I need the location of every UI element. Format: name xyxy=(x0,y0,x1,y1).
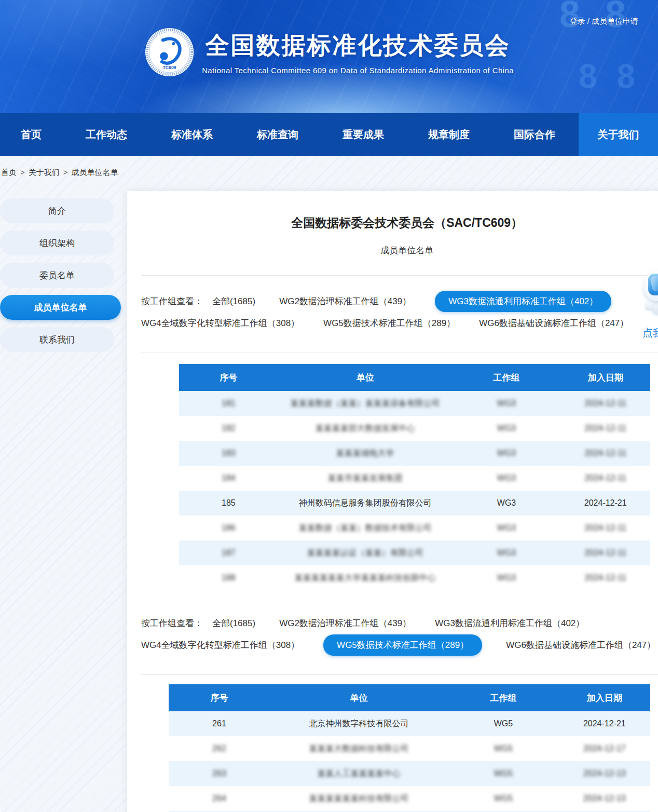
nav-item-home[interactable]: 首页 xyxy=(21,128,42,142)
cell-serial: 187 xyxy=(179,540,278,565)
col-join-date: 加入日期 xyxy=(559,684,650,711)
filter-wg5-active[interactable]: WG5数据技术标准工作组（289） xyxy=(323,634,482,656)
filter-wg3-active[interactable]: WG3数据流通利用标准工作组（402） xyxy=(435,291,611,312)
table-row-blurred: 181某某某数据（某某）某某某设备有限公司WG32024-12-11 xyxy=(179,391,650,416)
cell-workgroup: WG5 xyxy=(448,761,558,786)
cell-serial: 261 xyxy=(169,711,270,736)
nav-item-standard-search[interactable]: 标准查询 xyxy=(257,128,298,142)
page-subtitle: 成员单位名单 xyxy=(127,245,658,256)
cell-workgroup: WG3 xyxy=(453,540,561,565)
sidebar-item-org-structure[interactable]: 组织架构 xyxy=(0,231,114,255)
col-unit: 单位 xyxy=(270,684,448,711)
login-register-link[interactable]: 登录 / 成员单位申请 xyxy=(569,17,638,26)
nav-item-intl-cooperation[interactable]: 国际合作 xyxy=(514,128,555,142)
table-row-blurred: 262某某某大数据科技有限公司WG52024-12-17 xyxy=(169,736,650,761)
robot-head xyxy=(643,270,658,301)
sidebar-item-contact-us[interactable]: 联系我们 xyxy=(0,327,114,352)
filter-label: 按工作组查看： xyxy=(141,295,203,307)
nav-item-standard-system[interactable]: 标准体系 xyxy=(171,128,213,142)
member-table-wg3: 序号 单位 工作组 加入日期 181某某某数据（某某）某某某设备有限公司WG32… xyxy=(179,364,650,590)
cell-serial: 262 xyxy=(169,736,270,761)
filter-wg6[interactable]: WG6数据基础设施标准工作组（247） xyxy=(479,317,628,329)
breadcrumb-current: 成员单位名单 xyxy=(72,168,118,177)
cell-serial: 263 xyxy=(169,761,270,786)
col-serial: 序号 xyxy=(169,684,270,711)
cell-unit: 某某某数据（某某）某某某设备有限公司 xyxy=(278,391,453,416)
cell-date: 2024-12-11 xyxy=(560,516,650,540)
cell-date: 2024-12-11 xyxy=(560,466,650,491)
cell-date: 2024-12-11 xyxy=(560,416,650,441)
page: 8 8 8 8 登录 / 成员单位申请 TC609 全国数据标准化技术委员会 N… xyxy=(0,0,658,812)
cell-serial: 184 xyxy=(179,466,278,491)
col-workgroup: 工作组 xyxy=(448,684,558,711)
cell-serial: 182 xyxy=(179,416,278,441)
cell-date: 2024-12-11 xyxy=(560,391,650,416)
filter-all[interactable]: 全部(1685) xyxy=(212,295,255,307)
table-row-blurred: 187某某某某认证（某某）有限公司WG32024-12-11 xyxy=(179,540,650,565)
breadcrumb-separator: > xyxy=(20,168,25,177)
sidebar-item-member-units-active[interactable]: 成员单位名单 xyxy=(0,295,121,320)
breadcrumb-home[interactable]: 首页 xyxy=(1,168,17,177)
nav-item-achievements[interactable]: 重要成果 xyxy=(342,128,384,142)
filter-wg3[interactable]: WG3数据流通利用标准工作组（402） xyxy=(435,617,584,629)
filter-wg6[interactable]: WG6数据基础设施标准工作组（247） xyxy=(506,639,655,651)
content-area: 简介 组织架构 委员名单 成员单位名单 联系我们 全国数据标委会技术委员会（SA… xyxy=(0,191,658,812)
cell-workgroup: WG3 xyxy=(453,466,561,491)
cell-workgroup: WG3 xyxy=(453,491,561,516)
cell-date: 2024-12-21 xyxy=(559,711,650,736)
table-row-blurred: 182某某某某部大数据发展中心WG32024-12-11 xyxy=(179,416,650,441)
filter-wg2[interactable]: WG2数据治理标准工作组（439） xyxy=(279,617,411,629)
site-header: 8 8 8 8 登录 / 成员单位申请 TC609 全国数据标准化技术委员会 N… xyxy=(0,0,658,113)
cell-workgroup: WG5 xyxy=(448,711,558,736)
table-row-blurred: 183某某某城电大学WG32024-12-11 xyxy=(179,441,650,466)
filter-wg4[interactable]: WG4全域数字化转型标准工作组（308） xyxy=(141,317,299,329)
filter-all[interactable]: 全部(1685) xyxy=(212,617,255,629)
workgroup-filter-section-1: 按工作组查看： 全部(1685) WG2数据治理标准工作组（439） WG3数据… xyxy=(141,290,658,334)
cell-serial: 181 xyxy=(179,391,278,416)
filter-wg4[interactable]: WG4全域数字化转型标准工作组（308） xyxy=(141,639,299,651)
cell-date: 2024-12-13 xyxy=(559,761,650,786)
cell-unit: 北京神州数字科技有限公司 xyxy=(270,711,448,736)
filter-wg5[interactable]: WG5数据技术标准工作组（289） xyxy=(323,317,455,329)
table-row-blurred: 263某某人工某某某某中心WG52024-12-13 xyxy=(169,761,650,786)
cell-serial: 185 xyxy=(179,491,278,516)
cell-workgroup: WG3 xyxy=(453,441,561,466)
sidebar: 简介 组织架构 委员名单 成员单位名单 联系我们 xyxy=(0,191,115,359)
cell-workgroup: WG3 xyxy=(453,516,561,540)
main-nav: 首页 工作动态 标准体系 标准查询 重要成果 规章制度 国际合作 关于我们 xyxy=(0,113,658,156)
filter-wg2[interactable]: WG2数据治理标准工作组（439） xyxy=(279,295,411,307)
col-workgroup: 工作组 xyxy=(453,364,561,391)
breadcrumb-about[interactable]: 关于我们 xyxy=(29,168,60,177)
nav-item-regulations[interactable]: 规章制度 xyxy=(428,128,470,142)
sidebar-item-intro[interactable]: 简介 xyxy=(0,198,114,223)
robot-mascot-icon[interactable] xyxy=(643,270,658,314)
divider xyxy=(141,275,658,276)
cell-workgroup: WG5 xyxy=(448,786,558,811)
cell-unit: 某某某某部大数据发展中心 xyxy=(278,416,453,441)
table-row-beijing-shenzhou: 261北京神州数字科技有限公司WG52024-12-21 xyxy=(169,711,650,736)
ask-me-label[interactable]: 点我提问 xyxy=(641,326,658,340)
site-subtitle-en: National Technical Committee 609 on Data… xyxy=(202,66,514,75)
cell-unit: 某某人工某某某某中心 xyxy=(270,761,448,786)
cell-serial: 183 xyxy=(179,441,278,466)
nav-item-about-us-active[interactable]: 关于我们 xyxy=(579,113,658,156)
cell-date: 2024-12-21 xyxy=(560,491,650,516)
tc609-logo: TC609 xyxy=(144,27,195,77)
table-row-blurred: 186某某数据（某某）数据技术有限公司WG32024-12-11 xyxy=(179,516,650,540)
divider xyxy=(141,674,658,675)
page-title: 全国数据标委会技术委员会（SAC/TC609） xyxy=(127,215,658,231)
filter-label: 按工作组查看： xyxy=(141,617,203,629)
cell-workgroup: WG3 xyxy=(453,416,561,441)
member-table-wg5: 序号 单位 工作组 加入日期 261北京神州数字科技有限公司WG52024-12… xyxy=(169,684,650,812)
cell-unit: 某某数据（某某）数据技术有限公司 xyxy=(278,516,453,540)
workgroup-filter-section-2: 按工作组查看： 全部(1685) WG2数据治理标准工作组（439） WG3数据… xyxy=(141,612,658,656)
nav-item-work-news[interactable]: 工作动态 xyxy=(86,128,127,142)
col-join-date: 加入日期 xyxy=(560,364,650,391)
cell-workgroup: WG3 xyxy=(453,565,561,590)
table-row-blurred: 188某某某某某某大学某某某科技创新中心WG32024-12-11 xyxy=(179,565,650,590)
cell-unit: 某某某城电大学 xyxy=(278,441,453,466)
chat-assistant[interactable]: 点我提问 xyxy=(641,270,658,340)
divider xyxy=(141,353,658,353)
cell-date: 2024-12-11 xyxy=(560,540,650,565)
sidebar-item-committee-members[interactable]: 委员名单 xyxy=(0,263,114,288)
